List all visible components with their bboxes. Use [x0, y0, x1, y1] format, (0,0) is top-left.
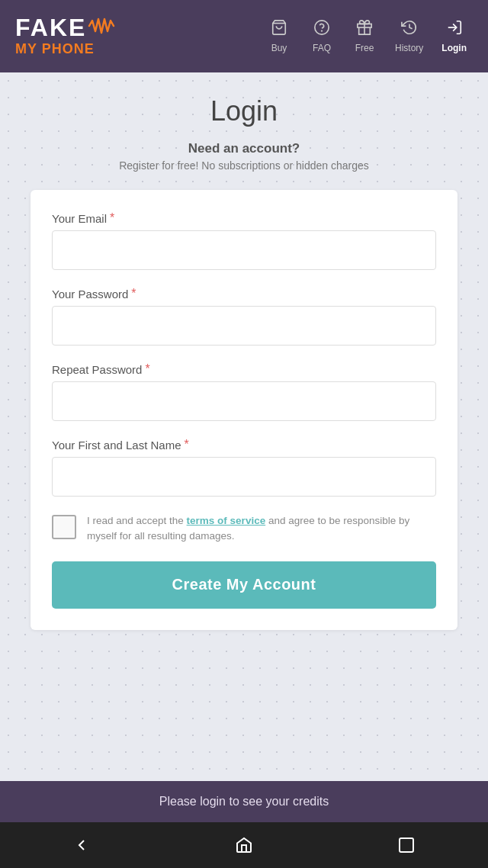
email-input[interactable] [52, 230, 436, 270]
history-icon [401, 19, 418, 40]
create-account-button[interactable]: Create My Account [52, 561, 436, 609]
password-input[interactable] [52, 306, 436, 346]
nav-item-buy[interactable]: Buy [261, 14, 297, 58]
email-label: Your Email * [52, 211, 436, 225]
nav-login-label: Login [441, 43, 467, 53]
repeat-password-field-group: Repeat Password * [52, 362, 436, 421]
free-icon [356, 19, 373, 40]
name-input[interactable] [52, 457, 436, 497]
logo-fake-text: FAKE [15, 15, 86, 40]
svg-rect-5 [400, 838, 413, 852]
svg-point-1 [315, 21, 329, 34]
subtitle-sub: Register for free! No subscriptions or h… [119, 159, 369, 172]
name-required: * [185, 438, 189, 452]
nav-history-label: History [395, 43, 423, 53]
password-label: Your Password * [52, 287, 436, 301]
tos-checkbox[interactable] [52, 515, 76, 539]
email-required: * [110, 211, 114, 225]
login-icon [446, 19, 463, 40]
app-header: FAKE MY PHONE Buy [0, 0, 488, 72]
password-required: * [131, 287, 136, 301]
nav-item-free[interactable]: Free [346, 14, 383, 58]
buy-icon [271, 19, 287, 40]
repeat-password-input[interactable] [52, 381, 436, 421]
tos-link[interactable]: terms of service [187, 515, 266, 526]
repeat-password-label: Repeat Password * [52, 362, 436, 376]
faq-icon [313, 19, 330, 40]
repeat-password-required: * [145, 362, 149, 376]
logo: FAKE MY PHONE [15, 15, 117, 57]
page-title: Login [210, 95, 278, 127]
nav-item-history[interactable]: History [389, 14, 429, 58]
android-nav-bar [0, 822, 488, 868]
nav-item-faq[interactable]: FAQ [303, 14, 340, 58]
android-home-button[interactable] [226, 827, 262, 863]
tos-text: I read and accept the terms of service a… [87, 513, 436, 545]
email-field-group: Your Email * [52, 211, 436, 270]
tos-before-text: I read and accept the [87, 515, 187, 526]
form-card: Your Email * Your Password * Repeat Pass… [30, 190, 458, 630]
name-label: Your First and Last Name * [52, 438, 436, 452]
bottom-bar-text: Please login to see your credits [159, 795, 329, 808]
android-recents-button[interactable] [388, 827, 425, 863]
password-field-group: Your Password * [52, 287, 436, 346]
nav-buy-label: Buy [271, 43, 287, 53]
logo-fake: FAKE [15, 15, 117, 40]
android-back-button[interactable] [63, 827, 100, 863]
logo-wave-icon [88, 17, 115, 38]
nav-faq-label: FAQ [313, 43, 331, 53]
nav-free-label: Free [355, 43, 374, 53]
logo-myphone-text: MY PHONE [15, 41, 117, 57]
main-nav: Buy FAQ [261, 14, 473, 58]
tos-checkbox-area: I read and accept the terms of service a… [52, 513, 436, 545]
name-field-group: Your First and Last Name * [52, 438, 436, 497]
bottom-status-bar: Please login to see your credits [0, 781, 488, 822]
main-content: Login Need an account? Register for free… [0, 72, 488, 781]
subtitle-bold: Need an account? [188, 141, 300, 156]
nav-item-login[interactable]: Login [435, 14, 473, 58]
